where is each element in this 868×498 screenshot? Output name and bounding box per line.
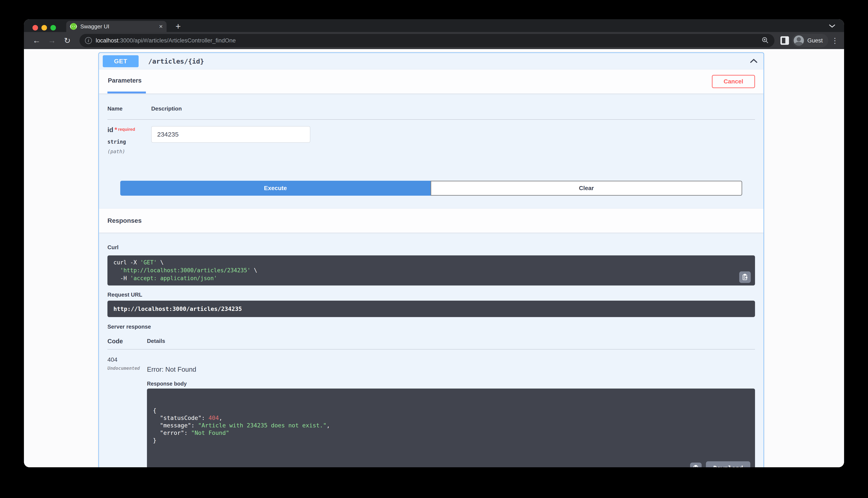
maximize-window-button[interactable] (50, 25, 56, 30)
curl-command-block: curl -X 'GET' \ 'http://localhost:3000/a… (107, 255, 755, 286)
copy-curl-button[interactable] (739, 272, 751, 283)
status-code: 404 (107, 356, 147, 363)
back-button[interactable]: ← (30, 34, 43, 47)
code-line: -H 'accept: application/json' (113, 274, 749, 282)
responses-section-header: Responses (99, 209, 764, 233)
profile-name: Guest (807, 37, 823, 44)
avatar-icon (794, 36, 804, 45)
endpoint-path: /articles/{id} (148, 57, 750, 65)
url-path: :3000/api/#/articles/ArticlesController_… (118, 37, 236, 44)
id-parameter-input[interactable] (151, 126, 310, 143)
opblock-summary[interactable]: GET /articles/{id} (99, 53, 764, 69)
site-info-icon[interactable]: i (85, 37, 92, 44)
opblock-get-articles-id: GET /articles/{id} Parameters Cancel Nam… (99, 52, 764, 467)
parameters-tab-label: Parameters (108, 77, 142, 84)
response-body-block: { "statusCode": 404, "message": "Article… (147, 389, 755, 467)
download-button[interactable]: Download (706, 461, 750, 467)
url-host: localhost (96, 37, 118, 44)
response-details-cell: Error: Not Found Response body { "status… (147, 356, 755, 467)
curl-label: Curl (107, 244, 755, 251)
server-response-label: Server response (107, 324, 755, 330)
tab-parameters[interactable]: Parameters (107, 69, 146, 93)
code-line: "statusCode": 404, (153, 414, 749, 422)
tab-swagger-ui[interactable]: {··} Swagger UI × (66, 21, 167, 32)
profile-button[interactable]: Guest (792, 34, 828, 47)
responses-container: Curl curl -X 'GET' \ 'http://localhost:3… (99, 233, 764, 467)
response-table-header: Code Details (107, 338, 755, 350)
parameter-meta: id*required string (path) (107, 126, 151, 154)
swagger-favicon-icon: {··} (70, 23, 77, 30)
parameter-name: id (107, 126, 113, 134)
copy-response-button[interactable] (690, 462, 702, 467)
code-column-header: Code (107, 338, 147, 345)
responses-title: Responses (107, 217, 142, 224)
response-body-json: { "statusCode": 404, "message": "Article… (153, 407, 749, 444)
address-bar[interactable]: i localhost:3000/api/#/articles/Articles… (79, 34, 775, 47)
code-line: curl -X 'GET' \ (113, 259, 749, 266)
tab-close-icon[interactable]: × (159, 23, 163, 30)
response-code-cell: 404 Undocumented (107, 356, 147, 467)
parameter-location: (path) (107, 149, 151, 154)
undocumented-label: Undocumented (107, 366, 147, 371)
swagger-page: GET /articles/{id} Parameters Cancel Nam… (24, 49, 844, 467)
side-panel-icon[interactable] (780, 36, 789, 45)
zoom-icon[interactable] (761, 36, 769, 45)
close-window-button[interactable] (33, 25, 38, 30)
cancel-button[interactable]: Cancel (712, 75, 755, 88)
execute-button[interactable]: Execute (120, 181, 431, 196)
parameters-table-header: Name Description (107, 105, 755, 120)
tab-strip: {··} Swagger UI × + (24, 19, 844, 32)
name-column-header: Name (107, 105, 151, 112)
parameter-type: string (107, 139, 151, 145)
collapse-chevron-up-icon[interactable] (750, 58, 757, 64)
code-line: "error": "Not Found" (153, 429, 749, 436)
parameter-value-cell (151, 126, 310, 154)
forward-button[interactable]: → (46, 34, 58, 47)
code-line: { (153, 407, 749, 414)
request-url-label: Request URL (107, 291, 755, 298)
clear-button[interactable]: Clear (431, 181, 742, 196)
code-line: 'http://localhost:3000/articles/234235' … (113, 266, 749, 274)
code-line: } (153, 436, 749, 444)
request-url-block: http://localhost:3000/articles/234235 (107, 301, 755, 317)
description-column-header: Description (151, 105, 182, 112)
parameters-container: Name Description id*required string (pat… (99, 93, 764, 209)
url-text: localhost:3000/api/#/articles/ArticlesCo… (96, 37, 757, 44)
required-label: required (118, 127, 135, 132)
spacer (107, 196, 755, 209)
required-asterisk: * (115, 126, 117, 134)
parameter-row-id: id*required string (path) (107, 120, 755, 154)
response-body-label: Response body (147, 381, 755, 387)
code-line: http://localhost:3000/articles/234235 (113, 305, 749, 313)
reload-button[interactable]: ↻ (61, 34, 74, 47)
browser-menu-icon[interactable]: ⋮ (831, 36, 838, 45)
browser-window: {··} Swagger UI × + ← → ↻ i localhost:30… (24, 19, 844, 467)
code-line: "message": "Article with 234235 does not… (153, 422, 749, 429)
response-description: Error: Not Found (147, 366, 755, 374)
new-tab-button[interactable]: + (172, 21, 184, 32)
http-method-badge: GET (103, 55, 139, 67)
execute-button-group: Execute Clear (120, 181, 742, 196)
tab-title: Swagger UI (80, 23, 155, 30)
response-row-404: 404 Undocumented Error: Not Found Respon… (107, 350, 755, 467)
details-column-header: Details (147, 338, 165, 345)
parameters-section-header: Parameters Cancel (99, 69, 764, 93)
minimize-window-button[interactable] (41, 25, 47, 30)
chevron-down-icon[interactable] (827, 22, 837, 30)
browser-toolbar: ← → ↻ i localhost:3000/api/#/articles/Ar… (24, 32, 844, 49)
